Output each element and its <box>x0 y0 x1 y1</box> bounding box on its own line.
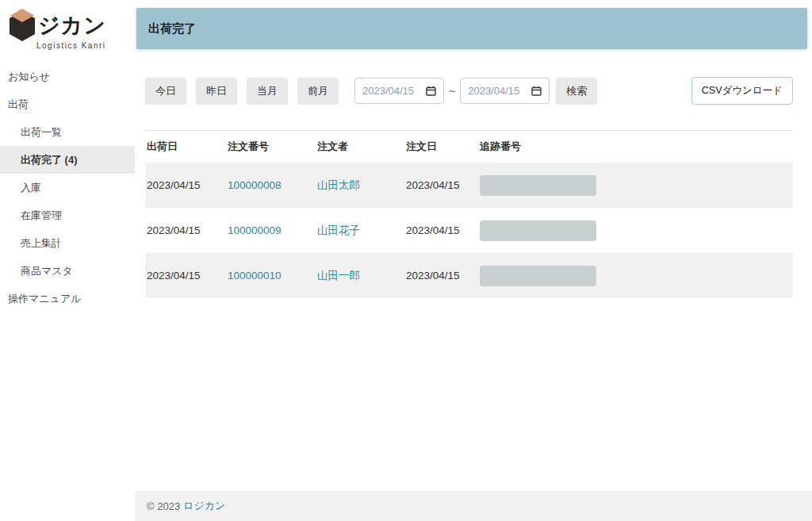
ship-date: 2023/04/15 <box>145 224 226 236</box>
date-to-value: 2023/04/15 <box>468 85 519 97</box>
logo-text: ジカン <box>38 8 106 43</box>
ship-date: 2023/04/15 <box>145 179 226 191</box>
sidebar-item-product-master[interactable]: 商品マスタ <box>0 257 135 285</box>
order-no-link[interactable]: 100000008 <box>228 179 282 191</box>
page-title: 出荷完了 <box>148 21 196 36</box>
customer-link[interactable]: 山田一郎 <box>317 270 360 282</box>
csv-download-button[interactable]: CSVダウンロード <box>691 77 793 105</box>
sidebar-item-shipping-list[interactable]: 出荷一覧 <box>0 118 135 146</box>
page-header: 出荷完了 <box>136 8 807 49</box>
order-no-link[interactable]: 100000009 <box>228 224 282 236</box>
customer-link[interactable]: 山田太郎 <box>317 179 360 191</box>
sidebar-item-sales-summary[interactable]: 売上集計 <box>0 229 135 257</box>
order-date: 2023/04/15 <box>404 224 478 236</box>
col-tracking: 追跡番号 <box>478 140 793 154</box>
table-row: 2023/04/15 100000010 山田一郎 2023/04/15 <box>145 253 793 298</box>
date-from-input[interactable]: 2023/04/15 <box>354 78 444 104</box>
footer: © 2023 ロジカン <box>135 491 812 521</box>
sidebar-item-manual[interactable]: 操作マニュアル <box>0 285 135 312</box>
app-logo[interactable]: ジカン Logistics Kanri <box>0 0 135 50</box>
shipping-table: 出荷日 注文番号 注文者 注文日 追跡番号 2023/04/15 1000000… <box>145 130 793 298</box>
sidebar-item-news[interactable]: お知らせ <box>0 63 135 90</box>
filter-row: 今日 昨日 当月 前月 2023/04/15 ~ 2023/04/15 <box>145 77 793 105</box>
tracking-number-input[interactable] <box>480 175 596 196</box>
order-no-link[interactable]: 100000010 <box>228 270 282 282</box>
tracking-number-input[interactable] <box>480 266 596 286</box>
col-order-date: 注文日 <box>404 140 478 154</box>
sidebar-item-shipping-complete[interactable]: 出荷完了 (4) <box>0 146 135 174</box>
sidebar-item-shipping[interactable]: 出荷 <box>0 90 135 118</box>
this-month-button[interactable]: 当月 <box>247 78 288 105</box>
search-button[interactable]: 検索 <box>556 78 597 105</box>
box-logo-icon <box>6 8 38 43</box>
table-header-row: 出荷日 注文番号 注文者 注文日 追跡番号 <box>145 131 793 163</box>
sidebar-item-inbound[interactable]: 入庫 <box>0 174 135 201</box>
copyright-text: © 2023 <box>147 500 180 512</box>
customer-link[interactable]: 山田花子 <box>317 224 360 236</box>
calendar-icon[interactable] <box>426 86 436 96</box>
last-month-button[interactable]: 前月 <box>297 78 339 105</box>
table-row: 2023/04/15 100000008 山田太郎 2023/04/15 <box>145 163 793 208</box>
order-date: 2023/04/15 <box>404 270 478 282</box>
col-ship-date: 出荷日 <box>145 140 226 154</box>
calendar-icon[interactable] <box>531 86 542 96</box>
today-button[interactable]: 今日 <box>145 78 186 105</box>
yesterday-button[interactable]: 昨日 <box>196 78 237 105</box>
sidebar-item-inventory[interactable]: 在庫管理 <box>0 201 135 229</box>
order-date: 2023/04/15 <box>404 179 478 191</box>
table-row: 2023/04/15 100000009 山田花子 2023/04/15 <box>145 208 793 253</box>
col-order-no: 注文番号 <box>226 140 316 154</box>
col-customer: 注文者 <box>316 140 404 154</box>
sidebar: ジカン Logistics Kanri お知らせ 出荷 出荷一覧 出荷完了 (4… <box>0 0 135 521</box>
sidebar-menu: お知らせ 出荷 出荷一覧 出荷完了 (4) 入庫 在庫管理 売上集計 商品マスタ… <box>0 63 135 312</box>
date-range-separator: ~ <box>449 85 455 98</box>
date-to-input[interactable]: 2023/04/15 <box>460 78 550 104</box>
date-from-value: 2023/04/15 <box>362 85 414 97</box>
main-area: 出荷完了 今日 昨日 当月 前月 2023/04/15 ~ <box>135 0 812 521</box>
logo-subtitle: Logistics Kanri <box>36 41 130 50</box>
ship-date: 2023/04/15 <box>145 270 226 282</box>
tracking-number-input[interactable] <box>480 220 596 241</box>
footer-brand-link[interactable]: ロジカン <box>183 499 225 513</box>
